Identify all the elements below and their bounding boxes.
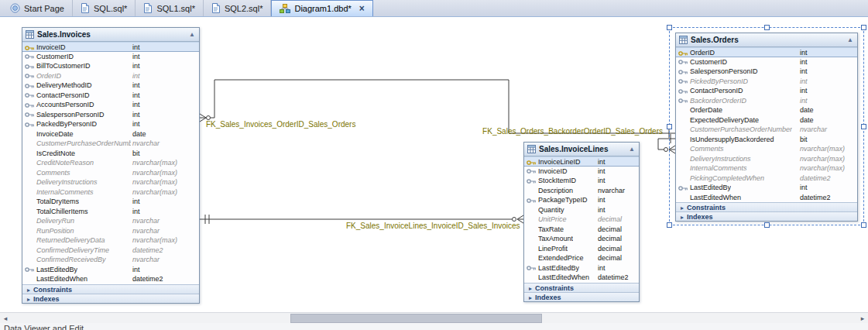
column-ContactPersonID[interactable]: ContactPersonIDint xyxy=(676,86,857,96)
section-constraints[interactable]: ▸Constraints xyxy=(524,283,639,292)
selection-handle[interactable] xyxy=(667,25,672,30)
column-PickedByPersonID[interactable]: PickedByPersonIDint xyxy=(676,77,857,87)
column-LineProfit[interactable]: LineProfitdecimal xyxy=(524,244,639,254)
tab-sql-sql[interactable]: SQL.sql* xyxy=(73,0,136,16)
tab-sql1-sql[interactable]: SQL1.sql* xyxy=(136,0,204,16)
column-AccountsPersonID[interactable]: AccountsPersonIDint xyxy=(22,100,199,110)
selection-handle[interactable] xyxy=(667,222,672,228)
selection-handle[interactable] xyxy=(764,222,770,228)
column-CustomerID[interactable]: CustomerIDint xyxy=(676,57,857,67)
diagram-canvas[interactable]: FK_Sales_Invoices_OrderID_Sales_Orders F… xyxy=(0,17,868,312)
column-Comments[interactable]: Commentsnvarchar(max) xyxy=(676,144,857,154)
column-LastEditedBy[interactable]: LastEditedByint xyxy=(22,265,199,275)
column-ReturnedDeliveryData[interactable]: ReturnedDeliveryDatanvarchar(max) xyxy=(22,235,199,246)
column-LastEditedBy[interactable]: LastEditedByint xyxy=(524,263,639,273)
tab-label: SQL.sql* xyxy=(94,4,127,13)
foreign-key-icon xyxy=(527,168,537,174)
column-IsUndersupplyBackordered[interactable]: IsUndersupplyBackorderedbit xyxy=(676,135,857,145)
foreign-key-icon xyxy=(678,78,688,84)
column-DeliveryRun[interactable]: DeliveryRunnvarchar xyxy=(22,216,199,226)
section-constraints[interactable]: ▸Constraints xyxy=(676,202,857,211)
column-Quantity[interactable]: Quantityint xyxy=(524,205,639,215)
column-ExpectedDeliveryDate[interactable]: ExpectedDeliveryDatedate xyxy=(676,115,857,125)
column-SalespersonPersonID[interactable]: SalespersonPersonIDint xyxy=(676,67,857,77)
section-indexes[interactable]: ▸Indexes xyxy=(22,294,199,303)
entity-sales-invoices[interactable]: Sales.Invoices▲InvoiceIDintCustomerIDint… xyxy=(22,27,200,304)
column-RunPosition[interactable]: RunPositionnvarchar xyxy=(22,226,199,236)
tab-diagram1-dbd[interactable]: Diagram1.dbd*× xyxy=(271,0,372,16)
column-OrderID[interactable]: OrderIDint xyxy=(22,71,199,81)
column-BackorderOrderID[interactable]: BackorderOrderIDint xyxy=(676,96,857,106)
entity-sales-orders[interactable]: Sales.Orders▲OrderIDintCustomerIDintSale… xyxy=(675,33,858,222)
column-CreditNoteReason[interactable]: CreditNoteReasonnvarchar(max) xyxy=(22,158,199,168)
tab-sql2-sql[interactable]: SQL2.sql* xyxy=(204,0,272,16)
entity-sales-invoicelines[interactable]: Sales.InvoiceLines▲InvoiceLineIDintInvoi… xyxy=(523,142,640,302)
column-TotalDryItems[interactable]: TotalDryItemsint xyxy=(22,197,199,207)
selection-handle[interactable] xyxy=(861,124,866,129)
column-PickingCompletedWhen[interactable]: PickingCompletedWhendatetime2 xyxy=(676,174,857,184)
column-LastEditedWhen[interactable]: LastEditedWhendatetime2 xyxy=(22,274,199,284)
relationship-label[interactable]: FK_Sales_Orders_BackorderOrderID_Sales_O… xyxy=(482,127,663,136)
column-ConfirmedDeliveryTime[interactable]: ConfirmedDeliveryTimedatetime2 xyxy=(22,246,199,256)
column-SalespersonPersonID[interactable]: SalespersonPersonIDint xyxy=(22,110,199,120)
section-indexes[interactable]: ▸Indexes xyxy=(524,292,639,301)
column-DeliveryInstructions[interactable]: DeliveryInstructionsnvarchar(max) xyxy=(22,177,199,187)
column-InvoiceID[interactable]: InvoiceIDint xyxy=(22,42,199,52)
column-PackageTypeID[interactable]: PackageTypeIDint xyxy=(524,195,639,205)
section-constraints[interactable]: ▸Constraints xyxy=(22,284,199,294)
column-CustomerPurchaseOrderNumber[interactable]: CustomerPurchaseOrderNumbernvarchar xyxy=(22,139,199,149)
collapse-icon[interactable]: ▲ xyxy=(846,36,854,43)
column-OrderID[interactable]: OrderIDint xyxy=(676,47,857,57)
tab-label: Start Page xyxy=(24,4,64,13)
expand-icon: ▸ xyxy=(529,294,532,301)
entity-header[interactable]: Sales.Invoices▲ xyxy=(22,28,199,42)
tab-start-page[interactable]: Start Page xyxy=(2,0,73,16)
column-PackedByPersonID[interactable]: PackedByPersonIDint xyxy=(22,119,199,129)
relationship-orders-backorderorderid-orders[interactable] xyxy=(658,134,675,153)
column-TaxRate[interactable]: TaxRatedecimal xyxy=(524,225,639,235)
column-LastEditedWhen[interactable]: LastEditedWhendatetime2 xyxy=(524,273,639,283)
selection-handle[interactable] xyxy=(764,25,770,30)
column-InvoiceDate[interactable]: InvoiceDatedate xyxy=(22,129,199,139)
selection-handle[interactable] xyxy=(861,222,866,228)
collapse-icon[interactable]: ▲ xyxy=(628,146,636,153)
column-ExtendedPrice[interactable]: ExtendedPricedecimal xyxy=(524,253,639,263)
column-DeliveryMethodID[interactable]: DeliveryMethodIDint xyxy=(22,81,199,91)
scroll-left-icon[interactable]: ◂ xyxy=(0,313,11,324)
scroll-thumb[interactable] xyxy=(290,314,542,323)
column-DeliveryInstructions[interactable]: DeliveryInstructionsnvarchar(max) xyxy=(676,154,857,164)
foreign-key-icon xyxy=(25,266,35,273)
scroll-right-icon[interactable]: ▸ xyxy=(857,313,868,324)
column-LastEditedBy[interactable]: LastEditedByint xyxy=(676,183,857,193)
column-BillToCustomerID[interactable]: BillToCustomerIDint xyxy=(22,61,199,71)
column-InternalComments[interactable]: InternalCommentsnvarchar(max) xyxy=(22,187,199,198)
column-ContactPersonID[interactable]: ContactPersonIDint xyxy=(22,91,199,101)
column-Description[interactable]: Descriptionnvarchar xyxy=(524,186,639,196)
entity-header[interactable]: Sales.Orders▲ xyxy=(676,33,857,47)
horizontal-scrollbar[interactable]: ◂ ▸ xyxy=(0,312,868,323)
column-OrderDate[interactable]: OrderDatedate xyxy=(676,105,857,115)
column-ConfirmedReceivedBy[interactable]: ConfirmedReceivedBynvarchar xyxy=(22,255,199,265)
section-indexes[interactable]: ▸Indexes xyxy=(676,211,857,221)
column-InvoiceID[interactable]: InvoiceIDint xyxy=(524,167,639,177)
selection-handle[interactable] xyxy=(667,124,672,129)
column-TotalChillerItems[interactable]: TotalChillerItemsint xyxy=(22,207,199,217)
column-TaxAmount[interactable]: TaxAmountdecimal xyxy=(524,234,639,244)
table-icon xyxy=(527,145,536,153)
collapse-icon[interactable]: ▲ xyxy=(188,31,196,38)
column-InvoiceLineID[interactable]: InvoiceLineIDint xyxy=(524,156,639,167)
column-UnitPrice[interactable]: UnitPricedecimal xyxy=(524,215,639,225)
column-LastEditedWhen[interactable]: LastEditedWhendatetime2 xyxy=(676,193,857,203)
selection-handle[interactable] xyxy=(861,25,866,30)
column-CustomerID[interactable]: CustomerIDint xyxy=(22,52,199,62)
relationship-label[interactable]: FK_Sales_InvoiceLines_InvoiceID_Sales_In… xyxy=(346,222,520,230)
column-StockItemID[interactable]: StockItemIDint xyxy=(524,176,639,186)
sql-file-icon xyxy=(211,3,221,13)
relationship-label[interactable]: FK_Sales_Invoices_OrderID_Sales_Orders xyxy=(206,120,355,129)
column-CustomerPurchaseOrderNumber[interactable]: CustomerPurchaseOrderNumbernvarchar xyxy=(676,125,857,135)
close-icon[interactable]: × xyxy=(359,5,365,12)
column-Comments[interactable]: Commentsnvarchar(max) xyxy=(22,168,199,178)
column-InternalComments[interactable]: InternalCommentsnvarchar(max) xyxy=(676,163,857,174)
entity-header[interactable]: Sales.InvoiceLines▲ xyxy=(524,143,639,156)
column-IsCreditNote[interactable]: IsCreditNotebit xyxy=(22,149,199,159)
